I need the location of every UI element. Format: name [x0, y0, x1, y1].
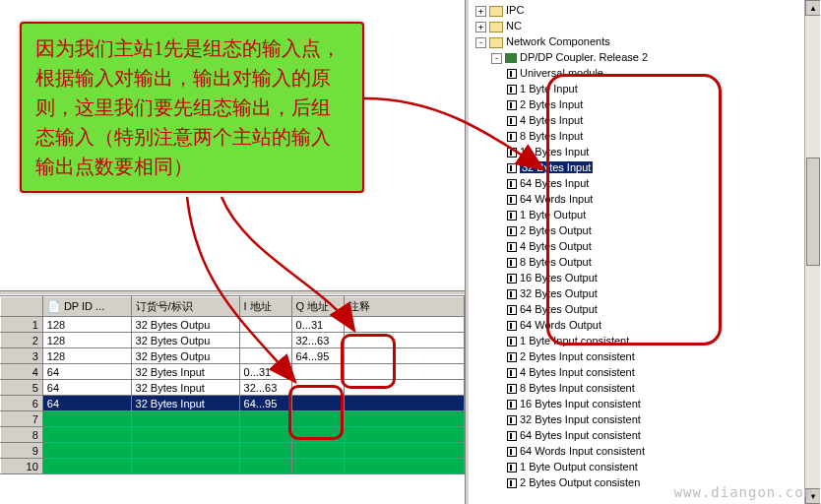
tree-node-module[interactable]: 64 Bytes Input	[507, 175, 804, 191]
cell-empty[interactable]	[239, 411, 291, 427]
tree-node-module[interactable]: 1 Byte Output	[507, 207, 804, 222]
tree-node-module[interactable]: 32 Bytes Input	[507, 159, 804, 175]
table-row[interactable]: 112832 Bytes Outpu0...31	[1, 317, 465, 333]
tree-node[interactable]: +IPC	[475, 2, 804, 18]
cell-empty[interactable]	[131, 411, 239, 427]
col-iaddr-header[interactable]: I 地址	[239, 297, 291, 317]
cell-empty[interactable]	[239, 443, 291, 459]
cell-dpid[interactable]: 128	[42, 317, 131, 333]
cell-slot[interactable]: 4	[1, 364, 43, 380]
tree-node-module[interactable]: 2 Bytes Input consistent	[507, 348, 804, 364]
tree-node-module[interactable]: 4 Bytes Input consistent	[507, 364, 804, 380]
cell-empty[interactable]	[344, 427, 464, 443]
col-slot-header[interactable]	[1, 297, 43, 317]
cell-order[interactable]: 32 Bytes Outpu	[131, 348, 239, 364]
tree-node-module[interactable]: 8 Bytes Output	[507, 254, 804, 270]
tree-node-module[interactable]: 1 Byte Input	[507, 81, 804, 96]
cell-comment[interactable]	[344, 317, 464, 333]
cell-order[interactable]: 32 Bytes Input	[131, 380, 239, 396]
cell-order[interactable]: 32 Bytes Outpu	[131, 317, 239, 333]
cell-iaddr[interactable]: 32...63	[239, 380, 291, 396]
tree-node-module[interactable]: Universal module	[507, 65, 804, 81]
expander-icon[interactable]: -	[475, 37, 486, 48]
cell-comment[interactable]	[344, 333, 464, 348]
tree-node-module[interactable]: 8 Bytes Input	[507, 128, 804, 144]
cell-dpid[interactable]: 128	[42, 348, 131, 364]
tree-node-coupler[interactable]: -DP/DP Coupler. Release 2Universal modul…	[491, 49, 804, 490]
col-comment-header[interactable]: 注释	[344, 297, 464, 317]
tree-node-module[interactable]: 16 Bytes Output	[507, 270, 804, 285]
tree-node-module[interactable]: 32 Bytes Output	[507, 285, 804, 301]
table-row[interactable]: 46432 Bytes Input0...31	[1, 364, 465, 380]
tree-node-module[interactable]: 8 Bytes Input consistent	[507, 380, 804, 396]
tree-node[interactable]: +NC	[475, 18, 804, 33]
tree-node-module[interactable]: 2 Bytes Output	[507, 222, 804, 238]
cell-empty[interactable]	[291, 411, 344, 427]
cell-qaddr[interactable]	[291, 364, 344, 380]
table-row-empty[interactable]: 9	[1, 443, 465, 459]
tree-node-module[interactable]: 64 Words Output	[507, 317, 804, 333]
tree-node-module[interactable]: 64 Words Input	[507, 191, 804, 207]
cell-empty[interactable]	[239, 427, 291, 443]
cell-iaddr[interactable]	[239, 348, 291, 364]
table-row[interactable]: 66432 Bytes Input64...95	[1, 396, 465, 411]
tree-node-module[interactable]: 2 Bytes Input	[507, 96, 804, 112]
cell-slot[interactable]: 7	[1, 411, 43, 427]
cell-order[interactable]: 32 Bytes Outpu	[131, 333, 239, 348]
expander-icon[interactable]: +	[475, 6, 486, 17]
cell-empty[interactable]	[131, 427, 239, 443]
col-qaddr-header[interactable]: Q 地址	[291, 297, 344, 317]
tree-node-module[interactable]: 4 Bytes Output	[507, 238, 804, 254]
cell-empty[interactable]	[291, 427, 344, 443]
cell-comment[interactable]	[344, 348, 464, 364]
cell-empty[interactable]	[131, 443, 239, 459]
table-row-empty[interactable]: 7	[1, 411, 465, 427]
cell-slot[interactable]: 5	[1, 380, 43, 396]
cell-dpid[interactable]: 64	[42, 364, 131, 380]
cell-empty[interactable]	[42, 459, 131, 474]
cell-comment[interactable]	[344, 396, 464, 411]
expander-icon[interactable]: -	[491, 53, 502, 64]
cell-empty[interactable]	[42, 411, 131, 427]
cell-dpid[interactable]: 64	[42, 380, 131, 396]
cell-iaddr[interactable]: 64...95	[239, 396, 291, 411]
cell-empty[interactable]	[42, 427, 131, 443]
cell-slot[interactable]: 8	[1, 427, 43, 443]
cell-iaddr[interactable]	[239, 317, 291, 333]
cell-dpid[interactable]: 128	[42, 333, 131, 348]
table-row[interactable]: 56432 Bytes Input32...63	[1, 380, 465, 396]
tree-node-module[interactable]: 16 Bytes Input consistent	[507, 396, 804, 411]
cell-slot[interactable]: 6	[1, 396, 43, 411]
tree-node-network-components[interactable]: -Network Components-DP/DP Coupler. Relea…	[475, 33, 804, 490]
tree-scrollbar[interactable]: ▲ ▼	[804, 0, 820, 504]
cell-empty[interactable]	[131, 459, 239, 474]
tree-node-module[interactable]: 64 Bytes Output	[507, 301, 804, 317]
col-order-header[interactable]: 订货号/标识	[131, 297, 239, 317]
tree-node-module[interactable]: 1 Byte Input consistent	[507, 333, 804, 348]
cell-slot[interactable]: 10	[1, 459, 43, 474]
cell-dpid[interactable]: 64	[42, 396, 131, 411]
cell-comment[interactable]	[344, 380, 464, 396]
scroll-up-button[interactable]: ▲	[805, 0, 820, 16]
table-row-empty[interactable]: 10	[1, 459, 465, 474]
cell-empty[interactable]	[344, 443, 464, 459]
cell-iaddr[interactable]: 0...31	[239, 364, 291, 380]
module-grid[interactable]: 📄 DP ID ... 订货号/标识 I 地址 Q 地址 注释 112832 B…	[0, 296, 465, 474]
table-row[interactable]: 212832 Bytes Outpu32...63	[1, 333, 465, 348]
tree-node-module[interactable]: 64 Words Input consistent	[507, 443, 804, 459]
table-row-empty[interactable]: 8	[1, 427, 465, 443]
cell-iaddr[interactable]	[239, 333, 291, 348]
table-row[interactable]: 312832 Bytes Outpu64...95	[1, 348, 465, 364]
cell-qaddr[interactable]: 64...95	[291, 348, 344, 364]
cell-order[interactable]: 32 Bytes Input	[131, 364, 239, 380]
hardware-catalog-tree[interactable]: +IPC+NC-Network Components-DP/DP Coupler…	[470, 0, 804, 490]
scroll-thumb[interactable]	[806, 158, 820, 266]
cell-slot[interactable]: 1	[1, 317, 43, 333]
cell-slot[interactable]: 3	[1, 348, 43, 364]
cell-empty[interactable]	[344, 459, 464, 474]
tree-node-module[interactable]: 64 Bytes Input consistent	[507, 427, 804, 443]
col-dpid-header[interactable]: 📄 DP ID ...	[42, 297, 131, 317]
tree-node-module[interactable]: 16 Bytes Input	[507, 144, 804, 159]
cell-qaddr[interactable]: 32...63	[291, 333, 344, 348]
cell-empty[interactable]	[291, 459, 344, 474]
